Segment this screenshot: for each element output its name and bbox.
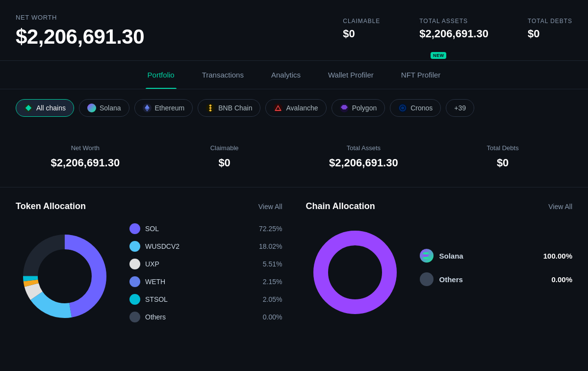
chain-legend-item-solana: Solana 100.00% <box>420 249 573 263</box>
svg-rect-2 <box>209 109 212 111</box>
weth-legend-pct: 2.15% <box>263 278 282 286</box>
sol-legend-icon <box>129 223 140 234</box>
weth-legend-name: WETH <box>145 278 258 286</box>
chain-legend-item-others: Others 0.00% <box>420 272 573 286</box>
svg-rect-1 <box>209 106 212 109</box>
stats-net-worth-label: Net Worth <box>24 144 147 152</box>
stats-claimable: Claimable $0 <box>155 136 294 177</box>
token-donut-chart <box>16 227 114 325</box>
chain-filter-cronos[interactable]: Cronos <box>390 99 441 117</box>
svg-point-4 <box>401 106 404 109</box>
svg-point-12 <box>321 238 389 307</box>
chain-donut-chart <box>306 223 404 321</box>
content-area: Token Allocation View All <box>0 187 588 343</box>
tab-transactions[interactable]: Transactions <box>200 61 246 89</box>
others-chain-legend-icon <box>420 272 434 286</box>
stats-claimable-value: $0 <box>163 157 286 169</box>
uxp-legend-pct: 5.51% <box>263 260 282 268</box>
header-claimable-label: CLAIMABLE <box>343 18 380 25</box>
token-allocation-section: Token Allocation View All <box>16 201 282 329</box>
svg-rect-0 <box>209 105 212 107</box>
chain-allocation-header: Chain Allocation View All <box>306 201 573 212</box>
chain-filters: All chains Solana Ethereum BNB Chain <box>0 89 588 127</box>
header-total-assets-value: $2,206,691.30 <box>419 27 488 40</box>
tab-wallet-profiler[interactable]: Wallet Profiler <box>326 61 376 89</box>
legend-item-uxp: UXP 5.51% <box>129 259 282 269</box>
chain-filter-polygon[interactable]: Polygon <box>332 99 385 117</box>
token-legend: SOL 72.25% WUSDCV2 18.02% UXP 5.51% WETH… <box>129 223 282 329</box>
solana-chain-legend-icon <box>420 249 434 263</box>
token-allocation-title: Token Allocation <box>16 201 86 212</box>
stsol-legend-icon <box>129 294 140 305</box>
token-view-all-btn[interactable]: View All <box>258 203 282 211</box>
stats-claimable-label: Claimable <box>163 144 286 152</box>
avalanche-chain-icon <box>274 104 282 112</box>
sol-legend-pct: 72.25% <box>259 225 282 233</box>
uxp-legend-icon <box>129 259 140 269</box>
tab-nft-profiler[interactable]: NFT Profiler NEW <box>399 61 443 89</box>
others-chain-legend-name: Others <box>439 275 546 284</box>
stsol-legend-name: STSOL <box>145 295 258 303</box>
header-total-assets: TOTAL ASSETS $2,206,691.30 <box>419 18 488 40</box>
stats-total-debts-label: Total Debts <box>441 144 564 152</box>
legend-item-wusdcv2: WUSDCV2 18.02% <box>129 241 282 252</box>
stats-net-worth-value: $2,206,691.30 <box>24 157 147 169</box>
legend-item-sol: SOL 72.25% <box>129 223 282 234</box>
tab-analytics[interactable]: Analytics <box>269 61 303 89</box>
bnb-chain-icon <box>206 104 215 112</box>
wusdcv2-legend-pct: 18.02% <box>259 242 282 250</box>
solana-chain-legend-pct: 100.00% <box>543 252 572 260</box>
wusdcv2-legend-name: WUSDCV2 <box>145 242 254 250</box>
wusdcv2-legend-icon <box>129 241 140 252</box>
legend-item-weth: WETH 2.15% <box>129 276 282 287</box>
stsol-legend-pct: 2.05% <box>263 295 282 303</box>
chain-filter-ethereum[interactable]: Ethereum <box>134 99 193 117</box>
chain-view-all-btn[interactable]: View All <box>548 203 572 211</box>
net-worth-section: NET WORTH $2,206,691.30 <box>16 14 144 49</box>
header-claimable-value: $0 <box>343 27 380 40</box>
stats-total-assets-label: Total Assets <box>302 144 426 152</box>
net-worth-label: NET WORTH <box>16 14 144 21</box>
stats-row: Net Worth $2,206,691.30 Claimable $0 Tot… <box>0 127 588 187</box>
chain-donut-svg <box>306 223 404 321</box>
legend-item-others-token: Others 0.00% <box>129 312 282 322</box>
header-total-debts-value: $0 <box>528 27 572 40</box>
header-total-assets-label: TOTAL ASSETS <box>419 18 488 25</box>
others-chain-legend-pct: 0.00% <box>551 275 572 284</box>
weth-legend-icon <box>129 276 140 287</box>
header-total-debts-label: TOTAL DEBTS <box>528 18 572 25</box>
chain-filter-bnb[interactable]: BNB Chain <box>198 99 260 117</box>
stats-net-worth: Net Worth $2,206,691.30 <box>16 136 155 177</box>
tab-portfolio[interactable]: Portfolio <box>146 61 177 89</box>
legend-item-stsol: STSOL 2.05% <box>129 294 282 305</box>
stats-total-assets-value: $2,206,691.30 <box>302 157 426 169</box>
others-token-legend-icon <box>129 312 140 322</box>
polygon-chain-icon <box>340 104 349 112</box>
header-claimable: CLAIMABLE $0 <box>343 18 380 40</box>
token-allocation-inner: SOL 72.25% WUSDCV2 18.02% UXP 5.51% WETH… <box>16 223 282 329</box>
ethereum-chain-icon <box>143 104 152 112</box>
stats-total-debts: Total Debts $0 <box>433 136 572 177</box>
chain-legend: Solana 100.00% Others 0.00% <box>420 249 573 296</box>
chain-filter-all[interactable]: All chains <box>16 99 74 117</box>
top-header: NET WORTH $2,206,691.30 CLAIMABLE $0 TOT… <box>0 0 588 61</box>
uxp-legend-name: UXP <box>145 260 258 268</box>
stats-total-assets: Total Assets $2,206,691.30 <box>294 136 434 177</box>
cronos-chain-icon <box>398 104 407 112</box>
others-token-legend-pct: 0.00% <box>263 313 282 321</box>
chain-filter-avalanche[interactable]: Avalanche <box>265 99 326 117</box>
token-allocation-header: Token Allocation View All <box>16 201 282 212</box>
stats-total-debts-value: $0 <box>441 157 564 169</box>
token-donut-svg <box>16 227 114 325</box>
solana-chain-legend-name: Solana <box>439 252 537 260</box>
header-stats: CLAIMABLE $0 TOTAL ASSETS $2,206,691.30 … <box>343 14 572 40</box>
chain-filter-solana[interactable]: Solana <box>79 99 129 117</box>
chain-allocation-section: Chain Allocation View All <box>306 201 573 329</box>
others-token-legend-name: Others <box>145 313 258 321</box>
solana-chain-icon <box>87 104 96 112</box>
new-badge: NEW <box>431 52 446 59</box>
net-worth-value: $2,206,691.30 <box>16 25 144 49</box>
more-chains-btn[interactable]: +39 <box>446 99 474 117</box>
all-chains-icon <box>24 104 33 112</box>
chain-allocation-inner: Solana 100.00% Others 0.00% <box>306 223 573 321</box>
